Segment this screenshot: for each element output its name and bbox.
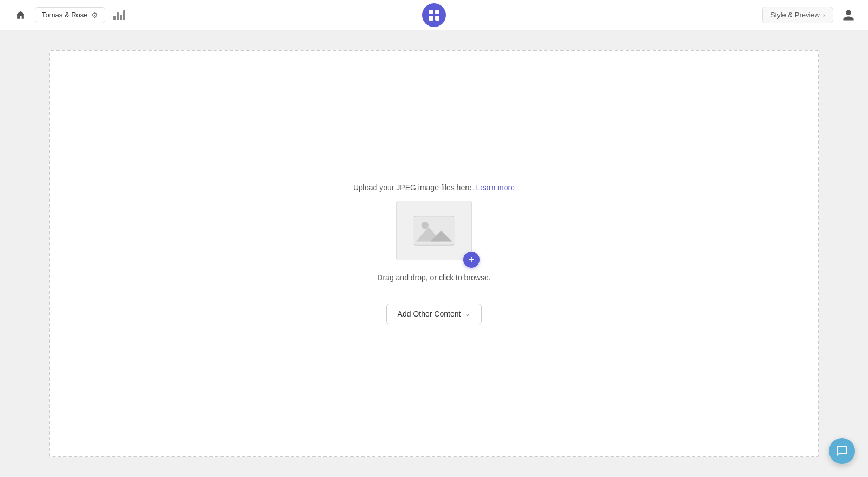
style-preview-label: Style & Preview [770, 11, 820, 19]
gear-icon: ⚙ [91, 11, 98, 20]
canvas-area[interactable]: Upload your JPEG image files here. Learn… [49, 50, 819, 457]
chat-button[interactable] [829, 438, 855, 464]
header-right: Style & Preview › [762, 7, 857, 24]
header-center [422, 3, 446, 27]
workspace-label: Tomas & Rose [42, 11, 88, 19]
workspace-button[interactable]: Tomas & Rose ⚙ [35, 7, 105, 23]
image-placeholder [396, 201, 472, 260]
home-button[interactable] [11, 5, 30, 25]
app-logo[interactable] [422, 3, 446, 27]
chevron-right-icon: › [823, 11, 825, 19]
header-left: Tomas & Rose ⚙ [11, 5, 129, 25]
logo-grid-icon [429, 10, 439, 21]
user-account-button[interactable] [840, 7, 857, 24]
upload-text: Upload your JPEG image files here. Learn… [353, 183, 515, 192]
upload-section: Upload your JPEG image files here. Learn… [353, 183, 515, 324]
main-area: Upload your JPEG image files here. Learn… [0, 30, 868, 477]
header: Tomas & Rose ⚙ Style & Preview › [0, 0, 868, 30]
add-other-content-button[interactable]: Add Other Content ⌄ [386, 304, 482, 324]
drag-drop-text: Drag and drop, or click to browse. [377, 273, 490, 282]
add-image-button[interactable]: + [463, 252, 480, 268]
analytics-button[interactable] [110, 5, 129, 25]
chevron-down-icon: ⌄ [465, 310, 470, 318]
style-preview-button[interactable]: Style & Preview › [762, 7, 833, 23]
analytics-icon [113, 10, 125, 20]
learn-more-link[interactable]: Learn more [476, 183, 515, 192]
add-content-label: Add Other Content [398, 310, 461, 318]
image-drop-zone[interactable]: + [396, 201, 472, 260]
svg-point-1 [422, 221, 429, 228]
